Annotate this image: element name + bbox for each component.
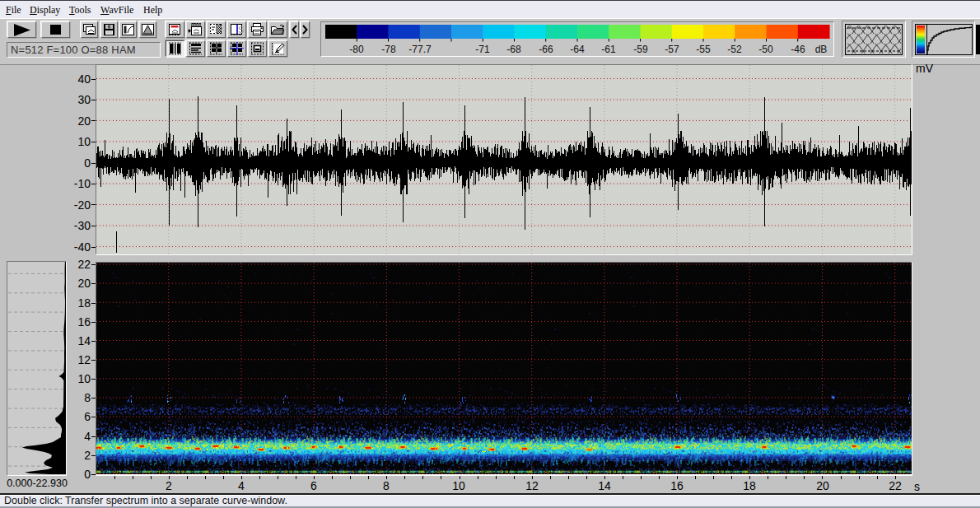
svg-text:S: S [238, 25, 244, 35]
